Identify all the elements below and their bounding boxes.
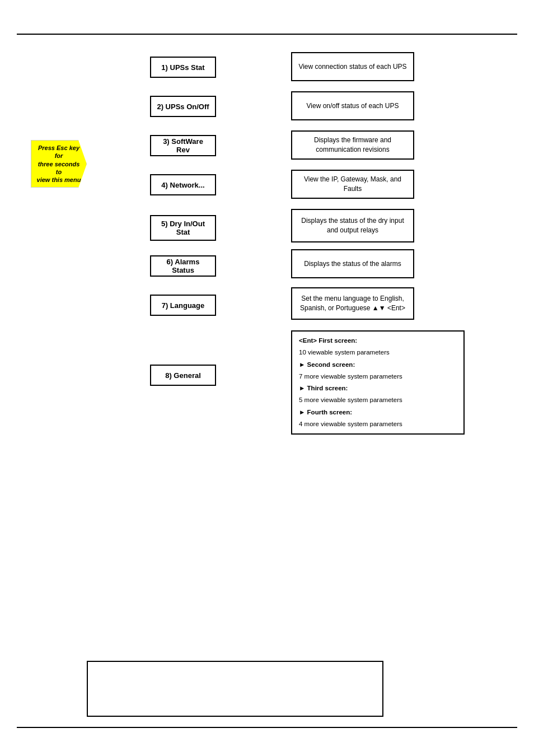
menu-item-8: 8) General bbox=[150, 365, 216, 386]
general-line-5: ► Third screen: bbox=[299, 384, 457, 393]
desc-box-4: View the IP, Gateway, Mask, and Faults bbox=[291, 170, 414, 199]
menu-item-7: 7) Language bbox=[150, 295, 216, 316]
top-rule bbox=[17, 34, 517, 35]
general-desc-box: <Ent> First screen: 10 viewable system p… bbox=[291, 330, 465, 435]
general-line-2: 10 viewable system parameters bbox=[299, 348, 457, 357]
desc-box-2: View on/off status of each UPS bbox=[291, 91, 414, 120]
general-line-6: 5 more viewable system parameters bbox=[299, 395, 457, 405]
menu-item-3: 3) SoftWare Rev bbox=[150, 135, 216, 156]
desc-box-6: Displays the status of the alarms bbox=[291, 249, 414, 278]
general-line-3: ► Second screen: bbox=[299, 360, 457, 370]
desc-box-5: Displays the status of the dry input and… bbox=[291, 209, 414, 242]
bottom-empty-box bbox=[87, 661, 383, 717]
menu-item-5: 5) Dry In/Out Stat bbox=[150, 215, 216, 241]
desc-box-1: View connection status of each UPS bbox=[291, 52, 414, 81]
general-line-1: <Ent> First screen: bbox=[299, 336, 457, 346]
general-line-8: 4 more viewable system parameters bbox=[299, 419, 457, 429]
menu-item-2: 2) UPSs On/Off bbox=[150, 96, 216, 117]
general-line-4: 7 more viewable system parameters bbox=[299, 372, 457, 381]
esc-label: Press Esc key for three seconds to view … bbox=[31, 140, 87, 188]
bottom-rule bbox=[17, 727, 517, 728]
desc-box-7: Set the menu language to English, Spanis… bbox=[291, 287, 414, 320]
desc-box-3: Displays the firmware and communication … bbox=[291, 130, 414, 160]
menu-item-1: 1) UPSs Stat bbox=[150, 57, 216, 78]
menu-item-4: 4) Network... bbox=[150, 174, 216, 195]
general-line-7: ► Fourth screen: bbox=[299, 408, 457, 417]
menu-item-6: 6) Alarms Status bbox=[150, 255, 216, 277]
